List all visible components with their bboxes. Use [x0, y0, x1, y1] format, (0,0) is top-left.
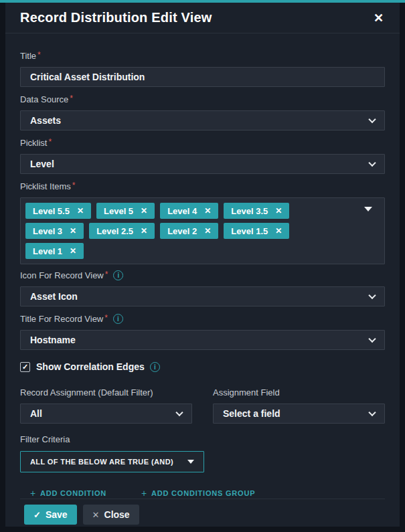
picklist-select[interactable]: Level — [20, 154, 385, 174]
title-for-record-view-field-group: Title For Record View* i Hostname — [20, 314, 385, 350]
record-assignment-label: Record Assignment (Default Filter) — [20, 387, 192, 397]
assignment-row: Record Assignment (Default Filter) All A… — [20, 387, 385, 424]
chip-remove-icon[interactable]: ✕ — [77, 207, 84, 215]
icon-for-record-view-label: Icon For Record View* i — [20, 270, 385, 280]
chip-label: Level 2 — [167, 226, 197, 236]
picklist-item-chip: Level 3 ✕ — [25, 223, 84, 239]
picklist-item-chip: Level 1 ✕ — [25, 243, 84, 259]
picklist-field-group: Picklist* Level — [20, 138, 385, 174]
picklist-items-label: Picklist Items* — [20, 181, 385, 191]
chip-label: Level 1.5 — [231, 226, 268, 236]
plus-icon: + — [30, 488, 36, 499]
show-correlation-edges-label: Show Correlation Edges — [36, 361, 145, 372]
modal-title: Record Distribution Edit View — [20, 10, 212, 25]
title-label: Title* — [20, 51, 385, 61]
info-icon[interactable]: i — [113, 314, 123, 324]
title-for-record-view-select[interactable]: Hostname — [20, 330, 385, 350]
close-icon[interactable]: ✕ — [371, 11, 386, 25]
chip-remove-icon[interactable]: ✕ — [141, 207, 147, 215]
chip-label: Level 3.5 — [231, 206, 268, 216]
data-source-select[interactable]: Assets — [20, 110, 385, 130]
chip-remove-icon[interactable]: ✕ — [204, 207, 211, 215]
chip-label: Level 1 — [33, 246, 62, 256]
picklist-item-chip: Level 2 ✕ — [160, 223, 218, 239]
save-button[interactable]: ✓ Save — [24, 505, 77, 525]
chip-label: Level 2.5 — [96, 226, 133, 236]
data-source-label: Data Source* — [20, 94, 385, 104]
required-asterisk: * — [105, 270, 108, 279]
show-correlation-edges-checkbox[interactable]: ✓ — [20, 362, 30, 372]
assignment-field-label: Assignment Field — [213, 387, 385, 397]
picklist-item-chip: Level 2.5 ✕ — [89, 223, 155, 239]
chevron-down-icon — [368, 159, 376, 167]
title-field-group: Title* — [20, 51, 385, 87]
required-asterisk: * — [48, 137, 52, 147]
chevron-down-icon — [368, 292, 376, 299]
record-assignment-field-group: Record Assignment (Default Filter) All — [20, 387, 192, 424]
picklist-item-chip: Level 4 ✕ — [160, 203, 218, 219]
picklist-items-multiselect[interactable]: Level 5.5 ✕ Level 5 ✕ Level 4 ✕ Level 3.… — [20, 197, 385, 264]
chevron-down-icon — [175, 409, 183, 416]
chip-remove-icon[interactable]: ✕ — [141, 227, 147, 235]
chip-remove-icon[interactable]: ✕ — [204, 227, 211, 235]
filter-criteria-dropdown[interactable]: ALL OF THE BELOW ARE TRUE (AND) — [20, 451, 204, 472]
chip-label: Level 4 — [167, 206, 197, 216]
chevron-down-icon — [368, 335, 376, 343]
picklist-item-chip: Level 1.5 ✕ — [224, 223, 289, 239]
condition-links-row: + ADD CONDITION + ADD CONDITIONS GROUP — [30, 488, 385, 499]
chip-label: Level 3 — [33, 226, 62, 236]
required-asterisk: * — [72, 181, 76, 190]
check-icon: ✓ — [33, 510, 41, 520]
icon-for-record-view-select[interactable]: Asset Icon — [20, 286, 385, 306]
picklist-item-chip: Level 5.5 ✕ — [25, 203, 91, 219]
icon-for-record-view-field-group: Icon For Record View* i Asset Icon — [20, 270, 385, 306]
dropdown-arrow-icon — [187, 460, 194, 464]
assignment-field-group: Assignment Field Select a field — [213, 387, 385, 424]
chip-remove-icon[interactable]: ✕ — [275, 207, 282, 215]
modal-footer: ✓ Save ✕ Close — [20, 499, 385, 527]
record-assignment-select[interactable]: All — [20, 404, 192, 424]
title-input[interactable] — [20, 67, 385, 87]
filter-criteria-field-group: Filter Criteria ALL OF THE BELOW ARE TRU… — [20, 434, 385, 472]
chip-label: Level 5 — [104, 206, 133, 216]
plus-icon: + — [141, 488, 147, 499]
data-source-field-group: Data Source* Assets — [20, 94, 385, 130]
close-icon: ✕ — [92, 510, 100, 520]
info-icon[interactable]: i — [150, 362, 160, 372]
chip-remove-icon[interactable]: ✕ — [70, 247, 76, 255]
assignment-field-select[interactable]: Select a field — [213, 404, 385, 424]
picklist-item-chip: Level 3.5 ✕ — [224, 203, 289, 219]
picklist-item-chip: Level 5 ✕ — [96, 203, 155, 219]
show-correlation-edges-row: ✓ Show Correlation Edges i — [20, 361, 385, 372]
dropdown-arrow-icon[interactable] — [364, 207, 372, 211]
required-asterisk: * — [37, 50, 41, 60]
picklist-label: Picklist* — [20, 138, 385, 148]
chip-remove-icon[interactable]: ✕ — [70, 227, 76, 235]
filter-criteria-label: Filter Criteria — [20, 434, 385, 444]
close-button[interactable]: ✕ Close — [83, 505, 139, 525]
add-conditions-group-link[interactable]: + ADD CONDITIONS GROUP — [141, 488, 255, 499]
required-asterisk: * — [104, 313, 108, 323]
info-icon[interactable]: i — [113, 270, 123, 280]
record-distribution-edit-view-modal: Record Distribution Edit View ✕ Title* D… — [5, 3, 400, 527]
chip-label: Level 5.5 — [33, 206, 70, 216]
picklist-items-field-group: Picklist Items* Level 5.5 ✕ Level 5 ✕ Le… — [20, 181, 385, 264]
modal-body: Title* Data Source* Assets Picklist* Lev… — [5, 33, 400, 527]
chip-remove-icon[interactable]: ✕ — [275, 227, 282, 235]
modal-header: Record Distribution Edit View ✕ — [5, 3, 400, 33]
title-for-record-view-label: Title For Record View* i — [20, 314, 385, 324]
required-asterisk: * — [70, 94, 73, 103]
add-condition-link[interactable]: + ADD CONDITION — [30, 488, 106, 499]
chevron-down-icon — [368, 116, 376, 123]
chevron-down-icon — [368, 409, 376, 416]
